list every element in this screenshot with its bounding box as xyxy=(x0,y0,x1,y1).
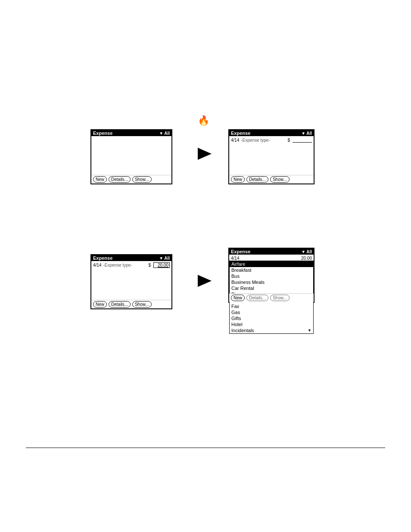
dropdown-item-gas[interactable]: Gas xyxy=(230,309,313,315)
screen-1: Expense ▼ All New Details... Show... xyxy=(90,129,172,184)
screen-2-dropdown-label: All xyxy=(306,131,312,136)
screen-2-expense-type: -Expense type- xyxy=(241,138,270,143)
screen-4-dropdown-label: All xyxy=(306,249,312,254)
screen-2-title: Expense xyxy=(231,131,250,136)
screen-4-dropdown[interactable]: ▼ All xyxy=(301,249,312,254)
screen-2-details-button[interactable]: Details... xyxy=(246,176,268,183)
screen-4-body: 4/14 20.00 Airfare Breakfast Bus Busines… xyxy=(229,255,314,293)
screen-2-new-button[interactable]: New xyxy=(231,176,245,183)
scroll-down-indicator: ▼ xyxy=(308,328,311,333)
screen-1-dropdown-label: All xyxy=(164,131,170,136)
bottom-rule xyxy=(26,448,385,448)
screen-1-body xyxy=(91,136,171,175)
screen-3-dropdown-label: All xyxy=(164,256,170,261)
dropdown-item-hotel[interactable]: Hotel xyxy=(230,321,313,327)
screen-3-title: Expense xyxy=(93,255,112,261)
screen-3: Expense ▼ All 4/14 -Expense type- $ 20.0… xyxy=(90,254,172,309)
page-content: 🔥 Expense ▼ All New Details... Show... E… xyxy=(0,0,411,532)
screen-2-currency: $ xyxy=(287,138,290,143)
screen-1-header: Expense ▼ All xyxy=(91,130,171,136)
screen-2-amount-underline xyxy=(293,137,312,143)
arrow-2 xyxy=(196,276,213,286)
app-icon: 🔥 xyxy=(198,115,209,126)
screen-2-body: 4/14 -Expense type- $ xyxy=(229,136,314,175)
dropdown-item-bus[interactable]: Bus xyxy=(230,273,313,279)
screen-1-title: Expense xyxy=(93,131,112,136)
screen-2-header: Expense ▼ All xyxy=(229,130,314,136)
screen-3-amount-box: 20.00 xyxy=(153,262,170,268)
dropdown-item-breakfast[interactable]: Breakfast xyxy=(230,267,313,273)
screen-3-dropdown[interactable]: ▼ All xyxy=(159,256,170,261)
screen-3-date: 4/14 xyxy=(93,263,101,268)
screen-3-header: Expense ▼ All xyxy=(91,255,171,261)
dropdown-triangle: ▼ xyxy=(159,131,163,136)
dropdown-item-business-meals[interactable]: Business Meals xyxy=(230,279,313,285)
screen-4-details-button[interactable]: Details... xyxy=(246,295,268,301)
screen-2: Expense ▼ All 4/14 -Expense type- $ New … xyxy=(228,129,314,184)
dropdown-item-car-rental[interactable]: Car Rental xyxy=(230,285,313,291)
dropdown-triangle-3: ▼ xyxy=(159,256,163,261)
dropdown-triangle-2: ▼ xyxy=(301,131,305,136)
screen-2-show-button[interactable]: Show... xyxy=(270,176,290,183)
screen-3-show-button[interactable]: Show... xyxy=(132,301,152,308)
screen-3-footer: New Details... Show... xyxy=(91,300,171,308)
screen-4-show-button[interactable]: Show... xyxy=(270,295,290,301)
screen-2-date: 4/14 xyxy=(231,138,239,143)
screen-4-title: Expense xyxy=(231,249,250,254)
screen-4-new-button[interactable]: New xyxy=(231,295,245,301)
screen-4-amount: 20.00 xyxy=(301,256,312,261)
screen-3-body: 4/14 -Expense type- $ 20.00 xyxy=(91,261,171,300)
screen-3-new-button[interactable]: New xyxy=(93,301,107,308)
screen-4-footer: New Details... Show... xyxy=(229,293,314,302)
screen-1-new-button[interactable]: New xyxy=(93,176,107,183)
dropdown-item-airfare[interactable]: Airfare xyxy=(230,261,313,267)
dropdown-item-incidentals[interactable]: Incidentals ▼ xyxy=(230,327,313,333)
screen-4-header: Expense ▼ All xyxy=(229,249,314,255)
screen-1-dropdown[interactable]: ▼ All xyxy=(159,131,170,136)
dropdown-item-fax[interactable]: Fax xyxy=(230,303,313,309)
screen-2-footer: New Details... Show... xyxy=(229,175,314,184)
screen-3-amount-value: 20.00 xyxy=(158,263,168,268)
screen-2-expense-row: 4/14 -Expense type- $ xyxy=(230,137,313,143)
screen-4: Expense ▼ All 4/14 20.00 Airfare Breakfa… xyxy=(228,248,314,303)
dropdown-triangle-4: ▼ xyxy=(301,249,305,254)
screen-3-details-button[interactable]: Details... xyxy=(109,301,131,308)
screen-2-dropdown[interactable]: ▼ All xyxy=(301,131,312,136)
dropdown-item-gifts[interactable]: Gifts xyxy=(230,315,313,321)
screen-3-expense-placeholder: -Expense type- xyxy=(103,263,132,268)
screen-3-expense-row: 4/14 -Expense type- $ 20.00 xyxy=(92,262,171,268)
screen-1-show-button[interactable]: Show... xyxy=(132,176,152,183)
screen-1-details-button[interactable]: Details... xyxy=(109,176,131,183)
screen-3-expense-type: -Expense type- xyxy=(103,263,132,268)
screen-3-currency: $ xyxy=(148,263,151,268)
screen-4-date: 4/14 xyxy=(231,256,239,261)
expense-type-placeholder: -Expense type- xyxy=(241,138,270,143)
arrow-1 xyxy=(196,149,213,159)
screen-1-footer: New Details... Show... xyxy=(91,175,171,184)
